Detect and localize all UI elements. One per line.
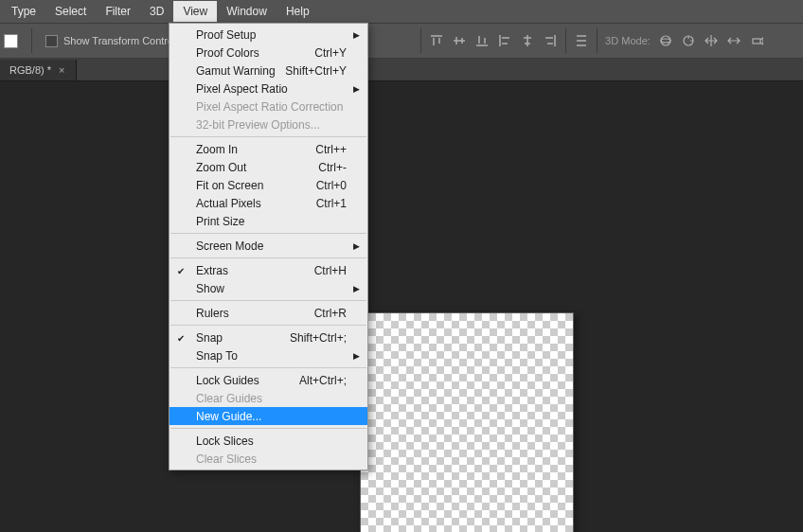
document-tab-title: RGB/8) * [9,64,51,76]
align-middle-icon[interactable] [452,33,467,48]
menu-item-label: Rulers [196,307,229,320]
menu-item-screen-mode[interactable]: Screen Mode▶ [170,237,367,255]
menu-item-32-bit-preview-options: 32-bit Preview Options... [170,115,367,133]
menu-item-actual-pixels[interactable]: Actual PixelsCtrl+1 [170,194,367,212]
menu-item-label: Gamut Warning [196,64,276,78]
menubar-item-type[interactable]: Type [2,1,45,22]
workspace [0,81,803,532]
submenu-arrow-icon: ▶ [353,284,360,293]
menu-item-label: Lock Slices [196,434,254,448]
menu-item-zoom-in[interactable]: Zoom InCtrl++ [170,140,367,158]
menu-separator [170,325,366,326]
menu-item-snap[interactable]: ✔SnapShift+Ctrl+; [170,328,367,346]
menu-separator [170,136,366,137]
menu-item-label: Proof Setup [196,28,256,42]
roll-icon[interactable] [681,33,696,48]
check-icon: ✔ [177,265,185,275]
distribute-icons [574,33,589,48]
svg-point-0 [661,36,670,45]
menubar-item-window[interactable]: Window [217,1,277,22]
divider [597,28,598,53]
menu-item-new-guide[interactable]: New Guide... [170,407,367,425]
menu-item-shortcut: Ctrl+1 [316,197,347,210]
pan-icon[interactable] [704,33,719,48]
menu-item-label: Snap [196,331,223,345]
menu-item-lock-guides[interactable]: Lock GuidesAlt+Ctrl+; [170,371,367,389]
menu-item-pixel-aspect-ratio-correction: Pixel Aspect Ratio Correction [170,98,367,115]
align-icons [429,33,558,48]
align-center-icon[interactable] [520,33,535,48]
menu-item-label: Pixel Aspect Ratio Correction [196,100,343,114]
menu-item-lock-slices[interactable]: Lock Slices [170,432,367,450]
check-icon: ✔ [177,332,185,343]
menu-separator [170,257,366,258]
divider [565,28,566,53]
menu-item-pixel-aspect-ratio[interactable]: Pixel Aspect Ratio▶ [170,80,367,98]
svg-rect-3 [753,39,760,44]
menu-item-shortcut: Ctrl+H [314,264,347,277]
menu-item-label: Show [196,282,224,295]
menu-item-label: Zoom In [196,143,238,156]
menu-item-label: Screen Mode [196,239,263,253]
menu-item-fit-on-screen[interactable]: Fit on ScreenCtrl+0 [170,176,367,194]
document-tab[interactable]: RGB/8) * × [0,60,77,80]
svg-point-1 [661,39,670,43]
menu-item-zoom-out[interactable]: Zoom OutCtrl+- [170,158,367,176]
menu-item-print-size[interactable]: Print Size [170,212,367,230]
menu-item-label: Snap To [196,349,238,363]
close-icon[interactable]: × [59,64,64,76]
menubar-item-view[interactable]: View [173,1,217,22]
menu-separator [170,233,366,234]
menubar-item-filter[interactable]: Filter [96,1,140,22]
align-right-icon[interactable] [543,33,558,48]
show-transform-checkbox[interactable] [45,35,58,47]
divider [31,28,32,53]
document-tabstrip: RGB/8) * × [0,59,803,81]
menu-item-label: 32-bit Preview Options... [196,118,320,132]
menu-item-shortcut: Alt+Ctrl+; [299,374,347,387]
zoom3d-icon[interactable] [749,33,764,48]
view-menu-dropdown: Proof Setup▶Proof ColorsCtrl+YGamut Warn… [169,23,368,470]
menu-item-proof-colors[interactable]: Proof ColorsCtrl+Y [170,44,367,62]
menu-item-label: Proof Colors [196,46,259,60]
menu-item-shortcut: Ctrl+R [314,307,347,320]
mode3d-icons [658,33,764,48]
align-bottom-icon[interactable] [474,33,490,48]
fill-swatch[interactable] [4,34,18,48]
menu-separator [170,428,366,429]
menu-item-extras[interactable]: ✔ExtrasCtrl+H [170,261,367,279]
menu-item-rulers[interactable]: RulersCtrl+R [170,304,367,322]
slide-icon[interactable] [726,33,741,48]
menu-item-label: Fit on Screen [196,179,263,192]
menu-item-label: Extras [196,264,228,277]
menu-item-label: Clear Slices [196,452,257,466]
menu-item-shortcut: Ctrl+- [318,161,347,174]
menubar-item-select[interactable]: Select [45,1,96,22]
options-bar: Show Transform Controls 3D Mode: [0,23,803,59]
orbit-icon[interactable] [658,33,673,48]
menu-item-snap-to[interactable]: Snap To▶ [170,346,367,364]
menu-item-label: Zoom Out [196,161,246,174]
submenu-arrow-icon: ▶ [353,30,360,40]
menubar-item-help[interactable]: Help [277,1,319,22]
menu-item-gamut-warning[interactable]: Gamut WarningShift+Ctrl+Y [170,62,367,80]
menu-item-label: Print Size [196,215,244,228]
distribute-icon[interactable] [574,33,589,48]
show-transform-label: Show Transform Controls [63,35,181,46]
menu-item-shortcut: Ctrl+0 [316,179,347,192]
menu-item-label: Lock Guides [196,374,259,387]
menu-item-show[interactable]: Show▶ [170,279,367,297]
mode3d-label: 3D Mode: [605,35,651,46]
divider [420,28,421,53]
align-top-icon[interactable] [429,33,444,48]
menu-item-label: Actual Pixels [196,197,261,210]
menu-item-label: New Guide... [196,410,261,423]
align-left-icon[interactable] [497,33,512,48]
menubar: TypeSelectFilter3DViewWindowHelp [0,0,803,23]
menu-item-shortcut: Ctrl++ [315,143,347,156]
canvas[interactable] [360,312,574,532]
menu-item-shortcut: Shift+Ctrl+; [290,331,347,345]
menu-item-proof-setup[interactable]: Proof Setup▶ [170,26,367,44]
menu-item-label: Clear Guides [196,392,262,405]
menubar-item-3d[interactable]: 3D [140,1,173,22]
